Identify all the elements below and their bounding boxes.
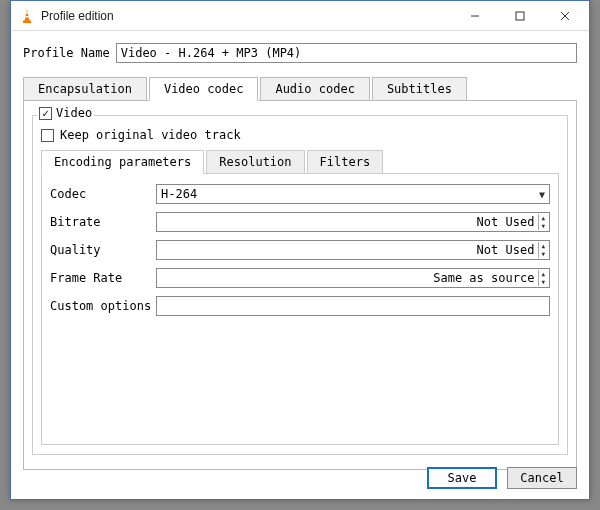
quality-row: Quality Not Used ▲▼ <box>50 240 550 260</box>
tab-filters[interactable]: Filters <box>307 150 384 174</box>
outer-tab-row: Encapsulation Video codec Audio codec Su… <box>23 77 577 100</box>
codec-row: Codec H-264 ▼ <box>50 184 550 204</box>
svg-rect-5 <box>516 12 524 20</box>
tab-encoding-parameters[interactable]: Encoding parameters <box>41 150 204 174</box>
quality-value: Not Used <box>477 243 537 257</box>
dialog-buttons: Save Cancel <box>427 467 577 489</box>
svg-rect-1 <box>23 20 31 23</box>
chevron-down-icon: ▼ <box>539 189 545 200</box>
framerate-row: Frame Rate Same as source ▲▼ <box>50 268 550 288</box>
codec-value: H-264 <box>161 187 197 201</box>
bitrate-spinner[interactable]: Not Used ▲▼ <box>156 212 550 232</box>
bitrate-label: Bitrate <box>50 215 150 229</box>
video-groupbox: ✓ Video Keep original video track Encodi… <box>32 115 568 455</box>
framerate-label: Frame Rate <box>50 271 150 285</box>
quality-label: Quality <box>50 243 150 257</box>
cancel-button[interactable]: Cancel <box>507 467 577 489</box>
custom-options-row: Custom options <box>50 296 550 316</box>
content-area: Profile Name Encapsulation Video codec A… <box>11 31 589 478</box>
outer-tab-pane: ✓ Video Keep original video track Encodi… <box>23 100 577 470</box>
framerate-value: Same as source <box>433 271 536 285</box>
save-button[interactable]: Save <box>427 467 497 489</box>
minimize-button[interactable] <box>452 2 497 30</box>
keep-original-checkbox[interactable] <box>41 129 54 142</box>
custom-options-input[interactable] <box>156 296 550 316</box>
framerate-spinner[interactable]: Same as source ▲▼ <box>156 268 550 288</box>
close-button[interactable] <box>542 2 587 30</box>
framerate-stepper[interactable]: ▲▼ <box>538 270 547 286</box>
profile-name-label: Profile Name <box>23 46 110 60</box>
video-legend: ✓ Video <box>37 106 94 120</box>
window-title: Profile edition <box>41 9 452 23</box>
custom-options-label: Custom options <box>50 299 150 313</box>
svg-rect-2 <box>25 12 28 14</box>
outer-tabs: Encapsulation Video codec Audio codec Su… <box>23 77 577 470</box>
video-legend-label: Video <box>56 106 92 120</box>
quality-stepper[interactable]: ▲▼ <box>538 242 547 258</box>
keep-original-label: Keep original video track <box>60 128 241 142</box>
window-controls <box>452 2 587 30</box>
titlebar: Profile edition <box>11 1 589 31</box>
codec-label: Codec <box>50 187 150 201</box>
quality-spinner[interactable]: Not Used ▲▼ <box>156 240 550 260</box>
vlc-cone-icon <box>19 8 35 24</box>
svg-rect-3 <box>25 16 30 18</box>
profile-name-row: Profile Name <box>23 43 577 63</box>
tab-resolution[interactable]: Resolution <box>206 150 304 174</box>
video-checkbox[interactable]: ✓ <box>39 107 52 120</box>
inner-tab-row: Encoding parameters Resolution Filters <box>41 150 559 173</box>
svg-marker-0 <box>25 9 30 21</box>
tab-video-codec[interactable]: Video codec <box>149 77 258 101</box>
tab-audio-codec[interactable]: Audio codec <box>260 77 369 101</box>
tab-encapsulation[interactable]: Encapsulation <box>23 77 147 101</box>
codec-select[interactable]: H-264 ▼ <box>156 184 550 204</box>
profile-name-input[interactable] <box>116 43 577 63</box>
maximize-button[interactable] <box>497 2 542 30</box>
keep-original-row: Keep original video track <box>41 128 559 142</box>
encoding-pane: Codec H-264 ▼ Bitrate <box>41 173 559 445</box>
tab-subtitles[interactable]: Subtitles <box>372 77 467 101</box>
bitrate-row: Bitrate Not Used ▲▼ <box>50 212 550 232</box>
bitrate-stepper[interactable]: ▲▼ <box>538 214 547 230</box>
profile-edition-window: Profile edition Profile Name Encapsula <box>10 0 590 500</box>
bitrate-value: Not Used <box>477 215 537 229</box>
